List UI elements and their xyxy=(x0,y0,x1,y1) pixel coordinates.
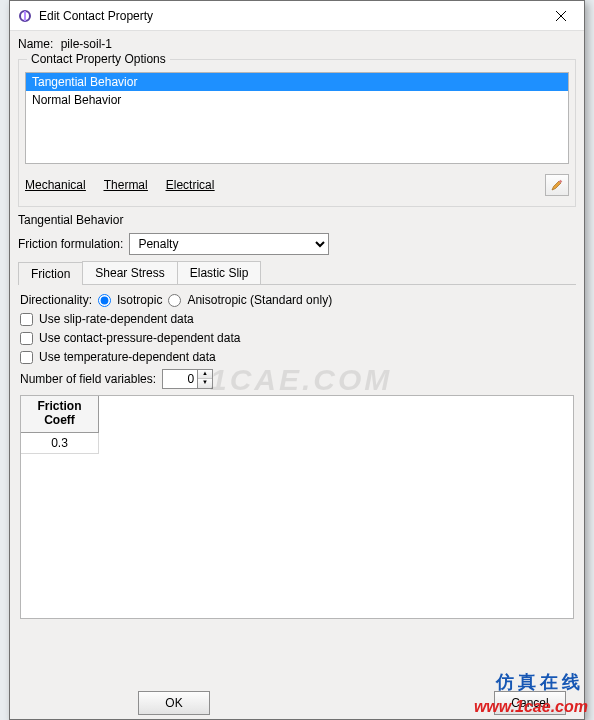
name-value: pile-soil-1 xyxy=(61,37,112,51)
spinner-down[interactable]: ▼ xyxy=(198,379,212,388)
dialog-window: Edit Contact Property Name: pile-soil-1 … xyxy=(9,0,585,720)
check-slip-rate[interactable] xyxy=(20,313,33,326)
dialog-buttons: OK Cancel xyxy=(10,691,584,719)
tab-elastic-slip[interactable]: Elastic Slip xyxy=(177,261,262,284)
friction-coeff-cell[interactable]: 0.3 xyxy=(21,433,99,454)
directionality-label: Directionality: xyxy=(20,293,92,307)
check-slip-rate-label: Use slip-rate-dependent data xyxy=(39,312,194,326)
options-list[interactable]: Tangential Behavior Normal Behavior xyxy=(25,72,569,164)
radio-anisotropic[interactable] xyxy=(168,294,181,307)
radio-isotropic[interactable] xyxy=(98,294,111,307)
option-tangential-behavior[interactable]: Tangential Behavior xyxy=(26,73,568,91)
friction-formulation-select[interactable]: Penalty xyxy=(129,233,329,255)
option-normal-behavior[interactable]: Normal Behavior xyxy=(26,91,568,109)
menu-electrical[interactable]: Electrical xyxy=(166,178,215,192)
title-bar: Edit Contact Property xyxy=(10,1,584,31)
ok-button[interactable]: OK xyxy=(138,691,210,715)
tangential-behavior-panel: Tangential Behavior Friction formulation… xyxy=(18,213,576,627)
radio-anisotropic-label: Anisotropic (Standard only) xyxy=(187,293,332,307)
name-row: Name: pile-soil-1 xyxy=(18,37,576,51)
window-title: Edit Contact Property xyxy=(39,9,538,23)
menu-mechanical[interactable]: Mechanical xyxy=(25,178,86,192)
cancel-button[interactable]: Cancel xyxy=(494,691,566,715)
field-vars-label: Number of field variables: xyxy=(20,372,156,386)
check-temperature-label: Use temperature-dependent data xyxy=(39,350,216,364)
menu-thermal[interactable]: Thermal xyxy=(104,178,148,192)
field-vars-row: Number of field variables: ▲ ▼ xyxy=(20,369,574,389)
pencil-icon xyxy=(550,178,564,192)
close-button[interactable] xyxy=(538,1,584,31)
check-contact-pressure-label: Use contact-pressure-dependent data xyxy=(39,331,240,345)
friction-coeff-header: Friction Coeff xyxy=(21,396,99,433)
tab-friction[interactable]: Friction xyxy=(18,262,83,285)
edit-button[interactable] xyxy=(545,174,569,196)
check-contact-pressure[interactable] xyxy=(20,332,33,345)
app-icon xyxy=(17,8,33,24)
directionality-row: Directionality: Isotropic Anisotropic (S… xyxy=(20,293,574,307)
friction-formulation-label: Friction formulation: xyxy=(18,237,123,251)
options-fieldset: Contact Property Options Tangential Beha… xyxy=(18,59,576,207)
tab-friction-body: Directionality: Isotropic Anisotropic (S… xyxy=(18,285,576,627)
tab-shear-stress[interactable]: Shear Stress xyxy=(82,261,177,284)
friction-tabs: Friction Shear Stress Elastic Slip xyxy=(18,261,576,285)
options-legend: Contact Property Options xyxy=(27,52,170,66)
close-icon xyxy=(556,11,566,21)
friction-coeff-table: Friction Coeff 0.3 xyxy=(20,395,574,619)
panel-title: Tangential Behavior xyxy=(18,213,576,227)
dialog-client: Name: pile-soil-1 Contact Property Optio… xyxy=(10,31,584,719)
radio-isotropic-label: Isotropic xyxy=(117,293,162,307)
spinner-up[interactable]: ▲ xyxy=(198,370,212,379)
friction-formulation-row: Friction formulation: Penalty xyxy=(18,233,576,255)
field-vars-spinner: ▲ ▼ xyxy=(162,369,213,389)
name-label: Name: xyxy=(18,37,53,51)
field-vars-input[interactable] xyxy=(163,370,197,388)
property-menu-row: Mechanical Thermal Electrical xyxy=(25,172,569,198)
check-temperature[interactable] xyxy=(20,351,33,364)
